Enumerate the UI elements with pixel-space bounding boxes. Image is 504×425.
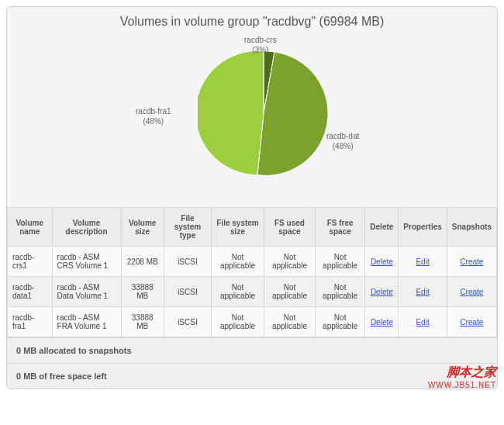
delete-link[interactable]: Delete (371, 288, 393, 296)
col-size: Volume size (121, 208, 164, 247)
create-snapshot-link[interactable]: Create (460, 318, 483, 327)
cell-free: Not applicable (315, 277, 364, 307)
pie-label-fra: racdb-fra1(48%) (136, 106, 171, 126)
cell-fstype: iSCSI (164, 277, 211, 307)
cell-free: Not applicable (315, 307, 364, 337)
pie-chart: racdb-crs(3%) racdb-dat(48%) racdb-fra1(… (7, 33, 497, 207)
cell-size: 33888 MB (121, 277, 164, 307)
cell-name: racdb-fra1 (8, 307, 53, 337)
watermark: 脚本之家 WWW.JB51.NET (428, 365, 496, 389)
cell-delete: Delete (365, 307, 399, 337)
cell-size: 33888 MB (121, 307, 164, 337)
table-row: racdb-fra1racdb - ASM FRA Volume 133888 … (8, 307, 497, 337)
table-row: racdb-crs1racdb - ASM CRS Volume 12208 M… (8, 247, 497, 277)
footer-freespace: 0 MB of free space left (7, 363, 497, 389)
col-desc: Volume description (52, 208, 121, 247)
cell-used: Not applicable (264, 307, 315, 337)
col-snaps: Snapshots (447, 208, 496, 247)
col-fssize: File system size (212, 208, 264, 247)
table-header-row: Volume name Volume description Volume si… (8, 208, 497, 247)
page-title: Volumes in volume group "racdbvg" (69984… (7, 7, 497, 33)
col-fstype: File system type (164, 208, 211, 247)
pie-label-dat: racdb-dat(48%) (326, 131, 359, 151)
cell-used: Not applicable (264, 277, 315, 307)
footer-snapshots: 0 MB allocated to snapshots (7, 337, 497, 363)
cell-delete: Delete (365, 247, 399, 277)
pie-label-crs: racdb-crs(3%) (244, 35, 277, 55)
cell-props: Edit (399, 307, 447, 337)
cell-free: Not applicable (315, 247, 364, 277)
cell-used: Not applicable (264, 247, 315, 277)
cell-snaps: Create (447, 307, 496, 337)
cell-name: racdb-crs1 (8, 247, 53, 277)
col-free: FS free space (315, 208, 364, 247)
edit-link[interactable]: Edit (416, 257, 429, 266)
col-used: FS used space (264, 208, 315, 247)
watermark-line2: WWW.JB51.NET (428, 381, 496, 389)
pie-svg (198, 47, 330, 179)
cell-desc: racdb - ASM CRS Volume 1 (52, 247, 121, 277)
cell-fssize: Not applicable (212, 247, 264, 277)
cell-delete: Delete (365, 277, 399, 307)
watermark-line1: 脚本之家 (428, 365, 496, 381)
delete-link[interactable]: Delete (371, 257, 393, 266)
cell-snaps: Create (447, 247, 496, 277)
col-delete: Delete (365, 208, 399, 247)
edit-link[interactable]: Edit (416, 318, 429, 327)
col-name: Volume name (8, 208, 53, 247)
cell-snaps: Create (447, 277, 496, 307)
cell-name: racdb-data1 (8, 277, 53, 307)
create-snapshot-link[interactable]: Create (460, 288, 483, 296)
cell-fstype: iSCSI (164, 307, 211, 337)
cell-fssize: Not applicable (212, 277, 264, 307)
delete-link[interactable]: Delete (371, 318, 393, 327)
edit-link[interactable]: Edit (416, 288, 429, 296)
table-row: racdb-data1racdb - ASM Data Volume 13388… (8, 277, 497, 307)
cell-props: Edit (399, 247, 447, 277)
volumes-table: Volume name Volume description Volume si… (7, 207, 497, 337)
cell-size: 2208 MB (121, 247, 164, 277)
cell-fssize: Not applicable (212, 307, 264, 337)
create-snapshot-link[interactable]: Create (460, 257, 483, 266)
col-props: Properties (399, 208, 447, 247)
cell-fstype: iSCSI (164, 247, 211, 277)
cell-props: Edit (399, 277, 447, 307)
cell-desc: racdb - ASM Data Volume 1 (52, 277, 121, 307)
cell-desc: racdb - ASM FRA Volume 1 (52, 307, 121, 337)
